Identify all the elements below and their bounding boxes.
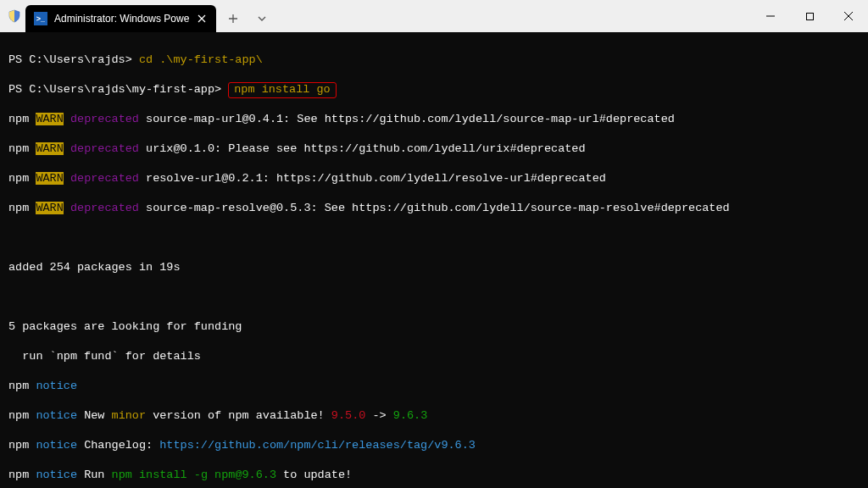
titlebar-left: >_ Administrator: Windows Powe [0, 0, 274, 32]
blank-line [8, 230, 860, 246]
maximize-button[interactable] [790, 0, 829, 32]
deprecated-label: deprecated [70, 142, 139, 155]
notice-label: notice [36, 439, 77, 452]
terminal-line: npm notice Run npm install -g npm@9.6.3 … [8, 468, 860, 483]
terminal-line: npm WARN deprecated resolve-url@0.2.1: h… [8, 171, 860, 186]
prompt: PS C:\Users\rajds> [8, 53, 132, 66]
npm-label: npm [8, 172, 29, 185]
text: resolve-url@0.2.1: https://github.com/ly… [146, 172, 606, 185]
titlebar-spacer[interactable] [274, 0, 751, 32]
terminal-line: run `npm fund` for details [8, 349, 860, 364]
deprecated-label: deprecated [70, 113, 139, 125]
tab-close-icon[interactable] [196, 13, 208, 25]
terminal-line: npm WARN deprecated source-map-resolve@0… [8, 201, 860, 216]
window-titlebar: >_ Administrator: Windows Powe [0, 0, 868, 32]
powershell-icon: >_ [34, 12, 47, 25]
text: to update! [283, 469, 352, 481]
command: cd .\my-first-app\ [139, 53, 263, 66]
tab-dropdown-button[interactable] [250, 16, 274, 21]
npm-label: npm [8, 113, 29, 125]
npm-label: npm [8, 469, 29, 481]
terminal-line: added 254 packages in 19s [8, 260, 860, 275]
command: npm install go [234, 83, 330, 96]
terminal-line: npm notice [8, 379, 860, 394]
npm-label: npm [8, 409, 29, 422]
text: Run [84, 469, 104, 481]
notice-label: notice [36, 409, 77, 422]
notice-label: notice [36, 469, 77, 481]
text: urix@0.1.0: Please see https://github.co… [146, 142, 585, 155]
text: version of npm available! [153, 409, 325, 422]
text: Changelog: [84, 439, 153, 452]
highlight-box: npm install go [228, 82, 336, 98]
text: source-map-url@0.4.1: See https://github… [146, 113, 675, 125]
warn-badge: WARN [36, 142, 63, 155]
deprecated-label: deprecated [70, 202, 139, 214]
warn-badge: WARN [36, 172, 63, 185]
command: npm install -g npm@9.6.3 [112, 469, 276, 481]
tab-title: Administrator: Windows Powe [54, 13, 189, 25]
window-controls [751, 0, 868, 32]
terminal-line: PS C:\Users\rajds\my-first-app> npm inst… [8, 82, 860, 97]
minimize-button[interactable] [751, 0, 790, 32]
svg-rect-0 [806, 13, 813, 19]
terminal-line: npm notice New minor version of npm avai… [8, 408, 860, 424]
close-button[interactable] [829, 0, 868, 32]
notice-label: notice [36, 380, 77, 392]
warn-badge: WARN [36, 202, 63, 214]
terminal-line: npm WARN deprecated urix@0.1.0: Please s… [8, 141, 860, 157]
npm-label: npm [8, 380, 29, 392]
old-version: 9.5.0 [331, 409, 366, 422]
npm-label: npm [8, 142, 29, 155]
blank-line [8, 290, 860, 305]
npm-label: npm [8, 202, 29, 214]
deprecated-label: deprecated [70, 172, 139, 185]
terminal-output[interactable]: PS C:\Users\rajds> cd .\my-first-app\ PS… [0, 32, 868, 488]
text: source-map-resolve@0.5.3: See https://gi… [146, 202, 730, 214]
warn-badge: WARN [36, 113, 63, 125]
npm-label: npm [8, 439, 29, 452]
new-version: 9.6.3 [393, 409, 428, 422]
tab-powershell[interactable]: >_ Administrator: Windows Powe [25, 5, 216, 32]
new-tab-button[interactable] [220, 14, 247, 24]
text: New [84, 409, 104, 422]
prompt: PS C:\Users\rajds\my-first-app> [8, 83, 221, 96]
terminal-line: npm WARN deprecated source-map-url@0.4.1… [8, 112, 860, 127]
terminal-line: PS C:\Users\rajds> cd .\my-first-app\ [8, 53, 860, 68]
terminal-line: npm notice Changelog: https://github.com… [8, 438, 860, 453]
terminal-line: 5 packages are looking for funding [8, 319, 860, 335]
arrow: -> [372, 409, 386, 422]
text: minor [112, 409, 147, 422]
shield-admin-icon [7, 8, 22, 24]
link: https://github.com/npm/cli/releases/tag/… [159, 439, 476, 452]
